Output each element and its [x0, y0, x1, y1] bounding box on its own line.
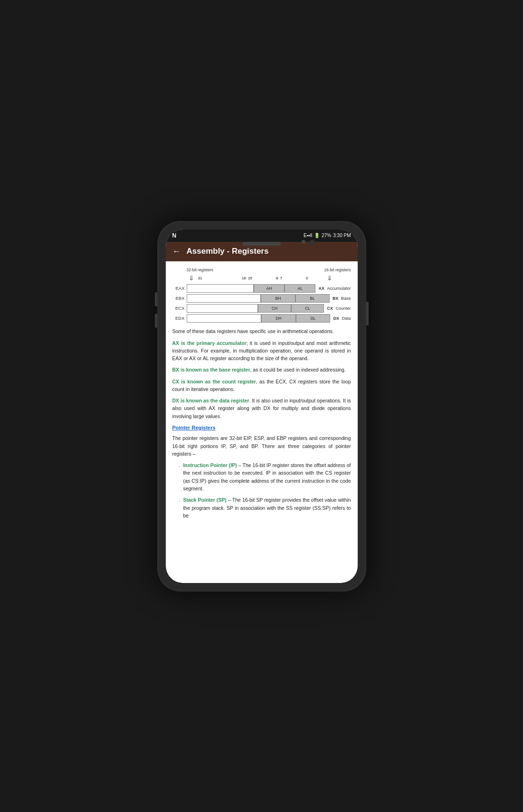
ecx-ch: CH: [258, 304, 291, 313]
bit-16: 16: [242, 276, 246, 281]
dx-paragraph: DX is known as the data register. It is …: [172, 397, 351, 420]
edx-dl: DL: [296, 314, 331, 323]
battery-percent: 27%: [322, 233, 331, 238]
bullet-list: · Instruction Pointer (IP) – The 16-bit …: [179, 461, 351, 519]
bx-text: , as it could be used in indexed address…: [250, 367, 345, 373]
back-button[interactable]: ←: [172, 247, 181, 257]
ax-highlight: AX is the primary accumulator: [172, 340, 247, 346]
ax-paragraph: AX is the primary accumulator; it is use…: [172, 339, 351, 363]
cx-paragraph: CX is known as the count register, as th…: [172, 378, 351, 393]
eax-al: AL: [285, 284, 315, 293]
bullet-dot: ·: [179, 497, 181, 519]
time-display: 3:30 PM: [333, 233, 351, 238]
bx-name: Base: [341, 296, 351, 302]
eax-full: [187, 284, 254, 293]
bit-number-row: ⇓ 31 16 15 8 7 0 ⇓: [172, 273, 351, 283]
ebx-label: EBX: [172, 295, 187, 302]
bx-abbr: BX: [333, 296, 339, 302]
ecx-bar: CH CL: [187, 304, 324, 313]
ebx-bar: BH BL: [187, 294, 330, 303]
cx-abbr: CX: [327, 306, 333, 312]
register-diagram: 32-bit registers 16-bit registers ⇓ 31 1…: [172, 267, 351, 323]
ecx-label: ECX: [172, 305, 187, 312]
ecx-suffix: CX Counter: [327, 306, 351, 312]
cx-highlight: CX is known as the count register: [172, 379, 256, 384]
dx-highlight: DX is known as the data register: [172, 398, 249, 403]
carrier-icon: N: [172, 232, 177, 239]
bit-31: 31: [198, 276, 202, 281]
bit-7: 7: [280, 276, 282, 281]
edx-bar: DH DL: [187, 314, 331, 323]
pointer-section-heading: Pointer Registers: [172, 424, 351, 432]
page-title: Assembly - Registers: [187, 247, 269, 256]
table-row: EDX DH DL DX Data: [172, 314, 351, 323]
table-row: ECX CH CL CX Counter: [172, 304, 351, 313]
arrow-down-left: ⇓: [189, 273, 194, 283]
status-right: E▪▪ll 🔋 27% 3:30 PM: [304, 233, 351, 238]
table-row: EBX BH BL BX Base: [172, 294, 351, 303]
header-16bit: 16-bit registers: [324, 267, 351, 273]
header-32bit: 32-bit registers: [187, 267, 324, 273]
list-item: · Instruction Pointer (IP) – The 16-bit …: [179, 461, 351, 492]
dx-name: Data: [342, 315, 351, 322]
eax-bar: AH AL: [187, 284, 316, 293]
ecx-cl: CL: [291, 304, 324, 313]
ax-name: Accumulator: [327, 286, 351, 292]
signal-indicator: E▪▪ll: [304, 233, 312, 238]
ip-highlight: Instruction Pointer (IP): [183, 462, 237, 468]
status-bar: N E▪▪ll 🔋 27% 3:30 PM: [166, 229, 358, 242]
diagram-headers: 32-bit registers 16-bit registers: [172, 267, 351, 273]
pointer-title[interactable]: Pointer Registers: [172, 425, 216, 430]
status-left: N: [172, 232, 177, 239]
bx-highlight: BX is known as the base register: [172, 367, 250, 373]
list-item: · Stack Pointer (SP) – The 16-bit SP reg…: [179, 496, 351, 519]
eax-label: EAX: [172, 285, 187, 292]
cx-name: Counter: [335, 306, 351, 312]
table-row: EAX AH AL AX Accumulator: [172, 284, 351, 293]
pointer-intro: The pointer registers are 32-bit EIP, ES…: [172, 434, 351, 458]
ecx-full: [187, 304, 258, 313]
sp-text: Stack Pointer (SP) – The 16-bit SP regis…: [183, 496, 351, 519]
sp-highlight: Stack Pointer (SP): [183, 497, 226, 503]
ebx-full: [187, 294, 261, 303]
ax-abbr: AX: [318, 286, 325, 292]
ebx-suffix: BX Base: [333, 296, 351, 302]
battery-icon: 🔋: [314, 233, 320, 238]
content-area[interactable]: 32-bit registers 16-bit registers ⇓ 31 1…: [166, 261, 358, 583]
dx-abbr: DX: [333, 315, 340, 322]
edx-label: EDX: [172, 315, 187, 322]
bit-8: 8: [276, 276, 278, 281]
edx-full: [187, 314, 262, 323]
edx-dh: DH: [261, 314, 296, 323]
bullet-dot: ·: [179, 462, 181, 492]
arrow-down-right: ⇓: [327, 273, 333, 283]
ebx-bl: BL: [295, 294, 330, 303]
ebx-bh: BH: [261, 294, 295, 303]
eax-ah: AH: [254, 284, 285, 293]
eax-suffix: AX Accumulator: [318, 286, 351, 292]
ip-text: Instruction Pointer (IP) – The 16-bit IP…: [183, 461, 351, 492]
bit-15: 15: [248, 276, 252, 281]
intro-paragraph: Some of these data registers have specif…: [172, 327, 351, 335]
bx-paragraph: BX is known as the base register, as it …: [172, 366, 351, 373]
edx-suffix: DX Data: [333, 315, 351, 322]
